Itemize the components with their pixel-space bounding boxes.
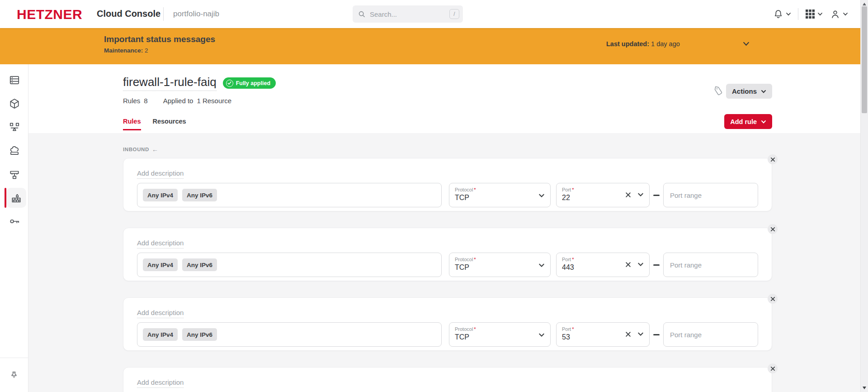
protocol-select[interactable]: Protocol* TCP [449,253,551,277]
actions-button[interactable]: Actions [726,84,772,99]
remove-rule-button[interactable] [768,294,778,304]
port-range-field[interactable] [663,253,758,277]
maintenance-value: 2 [145,47,148,54]
source-chip[interactable]: Any IPv4 [143,189,178,201]
source-chip[interactable]: Any IPv4 [143,328,178,341]
remove-rule-button[interactable] [768,154,778,164]
labels-tag-icon[interactable] [713,86,724,96]
close-icon [770,366,775,371]
port-combobox[interactable]: Port* [556,253,650,277]
tab-resources[interactable]: Resources [153,118,186,130]
inbound-section-label: INBOUND ← [123,146,860,153]
apps-menu[interactable] [805,9,823,19]
chevron-down-icon[interactable] [538,262,545,268]
sidebar-item-volumes[interactable] [0,92,28,115]
port-range-input[interactable] [670,261,751,269]
remove-rule-button[interactable] [768,363,778,373]
port-range-field[interactable] [663,183,758,207]
protocol-value: TCP [455,333,545,341]
search-bar[interactable]: / [353,5,463,23]
topbar-right-divider [798,8,798,20]
protocol-select[interactable]: Protocol* TCP [449,322,551,347]
status-banner[interactable]: Important status messages Maintenance: 2… [0,28,860,64]
port-range-dash-icon [650,195,663,196]
page-scrollbar[interactable] [860,0,868,392]
rule-description-field[interactable]: Add description [137,239,184,249]
port-input[interactable] [562,333,607,341]
sidebar-item-ssh-keys[interactable] [0,210,28,233]
port-combobox[interactable]: Port* [556,322,650,347]
add-rule-label: Add rule [730,118,757,125]
project-name[interactable]: portfolio-najib [173,10,219,19]
sources-input[interactable]: Any IPv4 Any IPv6 [137,322,442,347]
remove-rule-button[interactable] [768,224,778,234]
rule-description-field[interactable]: Add description [137,378,184,388]
clear-icon[interactable] [625,262,631,268]
cube-icon [5,94,24,114]
port-range-input[interactable] [670,331,751,339]
sidebar-item-firewalls[interactable] [0,186,28,210]
cloud-ip-icon [5,141,24,161]
maintenance-label: Maintenance: [104,47,143,54]
sidebar-item-servers[interactable] [0,68,28,92]
rule-description-field[interactable]: Add description [137,169,184,179]
hetzner-logo[interactable]: HETZNER [17,7,82,22]
load-balancer-icon [5,117,24,137]
search-input[interactable] [370,10,449,18]
chevron-down-icon[interactable] [538,192,545,199]
required-marker: * [474,187,476,192]
search-icon [358,10,366,18]
search-shortcut-badge: / [449,9,459,19]
port-input[interactable] [562,194,607,202]
key-icon [5,211,24,231]
source-chip[interactable]: Any IPv6 [182,258,217,271]
port-range-input[interactable] [670,191,751,199]
close-icon [770,157,775,162]
clear-icon[interactable] [625,192,631,198]
sidebar-item-floating-ips[interactable] [0,139,28,163]
close-icon [770,227,775,232]
tab-bar: Rules Resources [123,118,186,130]
firewall-header: firewall-1-rule-faiq Fully applied Rules… [28,64,860,133]
banner-expand-chevron-icon[interactable] [742,40,750,48]
source-chip[interactable]: Any IPv4 [143,258,178,271]
hetzner-cloud-console: HETZNER Cloud Console portfolio-najib / [0,0,868,392]
notifications-menu[interactable] [773,9,791,19]
topbar-right-cluster [773,0,848,28]
scroll-up-arrow-icon[interactable] [863,3,866,5]
protocol-label: Protocol [455,187,473,192]
user-icon [830,9,840,19]
sidebar-item-load-balancers[interactable] [0,115,28,139]
chevron-down-icon[interactable] [637,261,644,268]
rule-description-field[interactable]: Add description [137,309,184,318]
scrollbar-thumb[interactable] [862,6,867,113]
source-chip[interactable]: Any IPv6 [182,328,217,341]
source-chip[interactable]: Any IPv6 [182,189,217,201]
arrow-left-icon: ← [152,146,159,153]
chevron-down-icon[interactable] [637,331,644,337]
chevron-down-icon [761,119,766,124]
required-marker: * [572,187,574,192]
port-range-field[interactable] [663,322,758,347]
port-input[interactable] [562,263,607,272]
chevron-down-icon [817,11,823,17]
sidebar [0,64,28,392]
scroll-down-arrow-icon[interactable] [863,387,866,389]
chevron-down-icon [761,89,766,94]
clear-icon[interactable] [625,331,631,337]
sources-input[interactable]: Any IPv4 Any IPv6 [137,253,442,277]
last-updated: Last updated: 1 day ago [606,40,680,48]
bell-icon [773,9,783,19]
add-rule-button[interactable]: Add rule [724,114,772,129]
tab-rules[interactable]: Rules [123,118,141,130]
chevron-down-icon[interactable] [637,191,644,198]
port-combobox[interactable]: Port* [556,183,650,207]
sidebar-item-networks[interactable] [0,163,28,186]
pin-sidebar-toggle[interactable] [0,358,28,392]
chevron-down-icon[interactable] [538,332,545,338]
user-menu[interactable] [830,9,848,19]
protocol-select[interactable]: Protocol* TCP [449,183,551,207]
rules-label: Rules [123,97,140,105]
page-title[interactable]: firewall-1-rule-faiq [123,75,217,91]
sources-input[interactable]: Any IPv4 Any IPv6 [137,183,442,207]
